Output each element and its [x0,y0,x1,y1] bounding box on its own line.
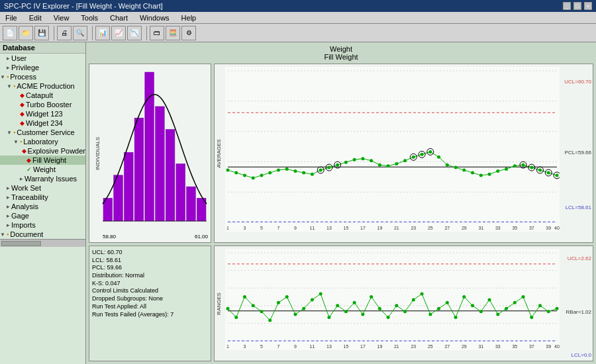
stat-line: LCL: 58.61 [92,257,208,265]
horizontal-scrollbar[interactable] [1,241,41,246]
tree-label: Process [10,73,36,81]
menu-tools[interactable]: Tools [78,14,101,22]
tool-chart1[interactable]: 📊 [95,26,110,40]
stat-line: Dropped Subgroups: None [92,295,208,303]
tool-chart2[interactable]: 📈 [111,26,126,40]
histogram-canvas [101,67,208,230]
tool-new[interactable]: 📄 [3,26,17,40]
tool-save[interactable]: 💾 [34,26,49,40]
toolbar-separator-2 [90,26,93,40]
tool-calc[interactable]: 🧮 [166,26,180,40]
restore-button[interactable]: □ [573,2,581,10]
tool-print[interactable]: 🖨 [57,26,72,40]
menu-windows[interactable]: Windows [137,14,172,22]
stats-panel: UCL: 60.70LCL: 58.61PCL: 59.66Distributi… [89,246,211,361]
menu-chart[interactable]: Chart [107,14,130,22]
avg-y-label: AVERAGES [216,139,222,167]
window-title: SPC-PC IV Explorer - [Fill Weight - Weig… [4,2,163,10]
tree-item-work-set[interactable]: ▸Work Set [0,183,85,193]
menu-edit[interactable]: Edit [26,14,44,22]
tree-label: Widget 123 [26,110,63,118]
leaf-icon: ▸ [7,64,10,71]
range-rbar-label: RBar=1.02 [566,309,591,315]
tree-label: Catapult [26,91,53,99]
tree-item-acme-production[interactable]: ▼▪ACME Production [0,81,85,91]
sidebar-header: Database [0,42,85,54]
minimize-button[interactable]: _ [563,2,571,10]
tree-label: Explosive Powder [28,147,85,155]
ranges-chart: RANGES UCL=2.62 RBar=1.02 LCL=0.0 [214,246,593,361]
range-y-label: RANGES [216,293,222,315]
diamond-icon: ◆ [20,92,25,99]
tree-label: Document [10,230,43,238]
diamond-icon: ◆ [26,157,31,163]
tree-label: Customer Service [17,128,74,136]
tool-settings[interactable]: ⚙ [181,26,196,40]
tree-item-imports[interactable]: ▸Imports [0,220,85,230]
leaf-icon: ▸ [7,55,10,62]
hist-x-max: 61.00 [195,234,208,240]
averages-canvas [225,67,560,232]
tool-open[interactable]: 📁 [19,26,33,40]
tree-arrow: ▼ [13,139,20,145]
tree-item-widget-123[interactable]: ◆Widget 123 [0,109,85,118]
leaf-icon: ▸ [7,194,10,201]
tree-item-turbo-booster[interactable]: ◆Turbo Booster [0,100,85,109]
tree-item-warranty-issues[interactable]: ▸Warranty Issues [0,174,85,183]
tool-data[interactable]: 🗃 [150,26,164,40]
tree-item-catapult[interactable]: ◆Catapult [0,91,85,100]
averages-chart: AVERAGES UCL=60.70 PCL=59.66 LCL=58.61 [214,64,593,243]
title-bar: SPC-PC IV Explorer - [Fill Weight - Weig… [0,0,596,12]
histogram-y-label: INDIVIDUALS [95,136,101,169]
tree-item-widget-234[interactable]: ◆Widget 234 [0,118,85,128]
tree-item-user[interactable]: ▸User [0,54,85,63]
content-area: Weight Fill Weight INDIVIDUALS 58.80 61.… [86,42,596,364]
tree-label: Imports [11,221,36,229]
stat-line: UCL: 60.70 [92,249,208,257]
diamond-icon: ◆ [20,101,25,108]
leaf-icon: ▸ [20,175,23,182]
tree-item-document[interactable]: ▼▪Document [0,230,85,239]
tree-arrow: ▼ [0,232,7,238]
tree-item-fill-weight[interactable]: ◆Fill Weight [0,156,85,165]
tree-item-privilege[interactable]: ▸Privilege [0,63,85,72]
tree-item-weight[interactable]: ✓Weight [0,165,85,174]
tool-chart3[interactable]: 📉 [127,26,142,40]
stat-line: Distribution: Normal [92,272,208,280]
avg-pcl-label: PCL=59.66 [565,150,591,156]
tree-item-explosive-powder[interactable]: ◆Explosive Powder [0,146,85,156]
diamond-icon: ◆ [20,111,25,117]
window-controls: _ □ × [563,2,592,10]
tree-item-analysis[interactable]: ▸Analysis [0,202,85,211]
avg-ucl-label: UCL=60.70 [564,79,591,85]
toolbar-separator-1 [52,26,54,40]
leaf-icon: ▸ [7,185,10,191]
menu-help[interactable]: Help [179,14,199,22]
folder-icon: ▪ [13,129,15,136]
close-button[interactable]: × [584,2,592,10]
stat-line: Control Limits Calculated [92,287,208,295]
ranges-canvas [225,249,560,350]
tree-item-gage[interactable]: ▸Gage [0,211,85,220]
tree-item-customer-service[interactable]: ▼▪Customer Service [0,128,85,137]
tree-item-traceability[interactable]: ▸Traceability [0,193,85,202]
tree-label: Analysis [11,203,38,210]
folder-icon: ▪ [7,231,9,238]
diamond-icon: ◆ [20,120,25,126]
leaf-icon: ▸ [7,222,10,228]
menu-view[interactable]: View [51,14,72,22]
folder-icon: ▪ [13,83,15,89]
tree-label: Privilege [11,64,39,71]
tree-label: Laboratory [23,138,58,146]
tree-item-process[interactable]: ▼▪Process [0,72,85,81]
tree-label: Weight [33,165,56,173]
tool-preview[interactable]: 🔍 [73,26,87,40]
menu-file[interactable]: File [3,14,20,22]
tree-label: Fill Weight [32,156,66,164]
chart-title-line1: Weight [89,45,593,53]
tree-arrow: ▼ [0,74,7,80]
tree-item-laboratory[interactable]: ▼▪Laboratory [0,137,85,146]
histogram-panel: INDIVIDUALS 58.80 61.00 [89,64,211,243]
tree-label: ACME Production [17,82,74,90]
histogram-x-labels: 58.80 61.00 [103,234,208,240]
